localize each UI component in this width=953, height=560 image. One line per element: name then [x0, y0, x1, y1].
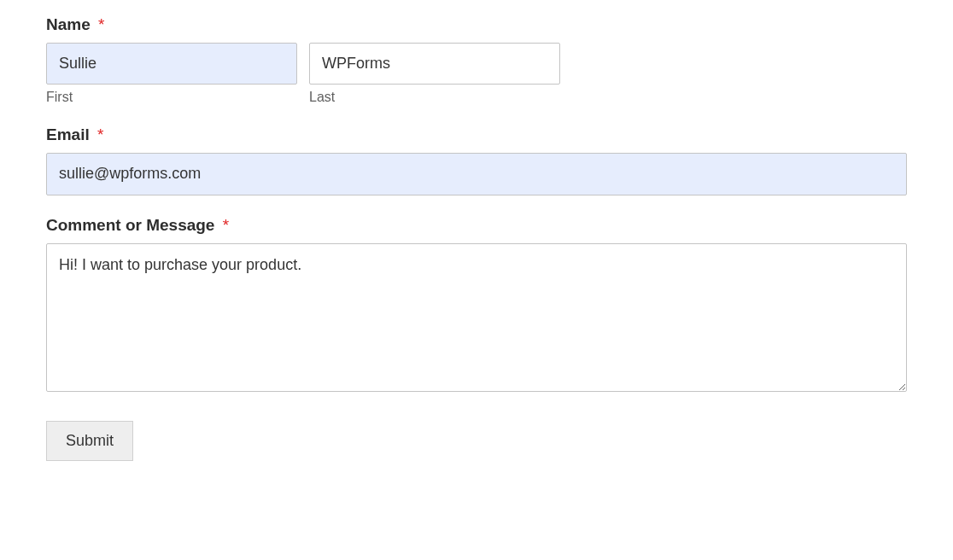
submit-button[interactable]: Submit	[46, 421, 133, 461]
message-field: Comment or Message *	[46, 216, 907, 395]
email-label: Email *	[46, 125, 907, 144]
email-label-text: Email	[46, 125, 90, 143]
name-row: First Last	[46, 43, 907, 105]
last-name-input[interactable]	[309, 43, 560, 85]
email-field: Email *	[46, 125, 907, 195]
first-name-input[interactable]	[46, 43, 297, 85]
last-name-col: Last	[309, 43, 560, 105]
last-name-sublabel: Last	[309, 90, 560, 105]
message-textarea[interactable]	[46, 243, 907, 392]
message-label-text: Comment or Message	[46, 216, 214, 234]
name-label: Name *	[46, 15, 907, 34]
first-name-sublabel: First	[46, 90, 297, 105]
required-asterisk-icon: *	[223, 216, 229, 234]
required-asterisk-icon: *	[97, 125, 103, 143]
message-label: Comment or Message *	[46, 216, 907, 235]
required-asterisk-icon: *	[98, 15, 104, 33]
name-label-text: Name	[46, 15, 91, 33]
contact-form: Name * First Last Email * Comment or Mes…	[46, 15, 907, 461]
name-field: Name * First Last	[46, 15, 907, 105]
first-name-col: First	[46, 43, 297, 105]
email-input[interactable]	[46, 153, 907, 195]
